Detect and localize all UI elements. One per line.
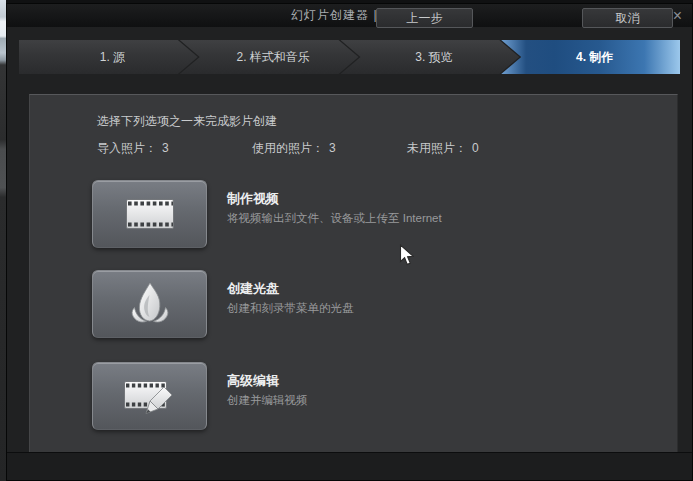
close-icon[interactable]: × <box>673 8 682 24</box>
option-description: 创建和刻录带菜单的光盘 <box>227 301 354 316</box>
stat-used-photos: 使用的照片：3 <box>252 140 336 157</box>
screen: 幻灯片创建器 | 完成 ? × 1. 源 2. 样式和音乐 3. 预览 4. 制… <box>0 0 693 481</box>
stat-label: 未用照片： <box>407 141 467 155</box>
advanced-edit-button[interactable] <box>92 362 207 430</box>
burn-flame-icon <box>128 281 172 327</box>
stat-value: 3 <box>329 141 336 155</box>
wizard-stepbar: 1. 源 2. 样式和音乐 3. 预览 4. 制作 <box>19 40 680 74</box>
option-row-make-video: 制作视频 将视频输出到文件、设备或上传至 Internet <box>30 180 677 252</box>
back-button[interactable]: 上一步 <box>376 8 473 28</box>
instruction-text: 选择下列选项之一来完成影片创建 <box>97 113 277 130</box>
step-label: 1. 源 <box>92 49 125 66</box>
option-title: 创建光盘 <box>227 280 279 298</box>
step-label: 3. 预览 <box>407 49 452 66</box>
option-row-advanced-edit: 高级编辑 创建并编辑视频 <box>30 362 677 434</box>
option-row-create-disc: 创建光盘 创建和刻录带菜单的光盘 <box>30 270 677 342</box>
option-description: 将视频输出到文件、设备或上传至 Internet <box>227 211 442 226</box>
stat-value: 3 <box>162 141 169 155</box>
stat-label: 导入照片： <box>97 141 157 155</box>
option-description: 创建并编辑视频 <box>227 393 308 408</box>
footer-bar <box>7 452 692 480</box>
content-panel: 选择下列选项之一来完成影片创建 导入照片：3 使用的照片：3 未用照片：0 <box>29 94 678 454</box>
stat-value: 0 <box>472 141 479 155</box>
step-label: 4. 制作 <box>568 49 613 66</box>
app-window: 幻灯片创建器 | 完成 ? × 1. 源 2. 样式和音乐 3. 预览 4. 制… <box>6 3 693 481</box>
stat-unused-photos: 未用照片：0 <box>407 140 479 157</box>
stat-imported-photos: 导入照片：3 <box>97 140 169 157</box>
film-edit-icon <box>122 375 178 417</box>
step-tab-produce[interactable]: 4. 制作 <box>501 40 680 74</box>
option-title: 高级编辑 <box>227 372 279 390</box>
step-tab-style-music[interactable]: 2. 样式和音乐 <box>180 40 359 74</box>
option-title: 制作视频 <box>227 190 279 208</box>
make-video-button[interactable] <box>92 180 207 248</box>
create-disc-button[interactable] <box>92 270 207 338</box>
step-tab-preview[interactable]: 3. 预览 <box>341 40 520 74</box>
step-label: 2. 样式和音乐 <box>228 49 309 66</box>
step-tab-source[interactable]: 1. 源 <box>19 40 198 74</box>
film-strip-icon <box>124 195 176 233</box>
stat-label: 使用的照片： <box>252 141 324 155</box>
cancel-button[interactable]: 取消 <box>582 8 673 28</box>
